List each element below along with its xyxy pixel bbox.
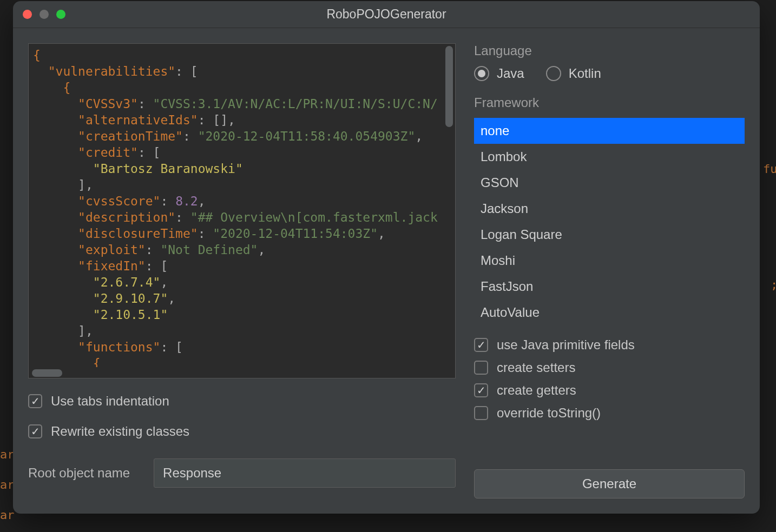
radio-label: Java bbox=[497, 66, 524, 81]
minimize-icon[interactable] bbox=[40, 10, 49, 19]
framework-item-fastjson[interactable]: FastJson bbox=[474, 274, 745, 300]
option-tabs-indent[interactable]: Use tabs indentation bbox=[28, 394, 456, 409]
option-label: Use tabs indentation bbox=[51, 394, 169, 409]
window-title: RoboPOJOGenerator bbox=[13, 7, 760, 22]
bg-code-fragment: ; bbox=[771, 278, 776, 291]
option-label: create setters bbox=[497, 360, 575, 375]
radio-dot-icon bbox=[546, 66, 561, 81]
editor-vscroll-thumb[interactable] bbox=[445, 46, 453, 127]
checkbox-override-tostring[interactable] bbox=[474, 406, 488, 420]
radio-java[interactable]: Java bbox=[474, 66, 524, 81]
framework-item-moshi[interactable]: Moshi bbox=[474, 248, 745, 274]
root-object-label: Root object name bbox=[28, 466, 130, 481]
bg-code-fragment: ar bbox=[0, 478, 15, 491]
radio-label: Kotlin bbox=[569, 66, 601, 81]
option-override-tostring[interactable]: override toString() bbox=[474, 405, 745, 421]
framework-label: Framework bbox=[474, 95, 745, 110]
checkbox-primitive-fields[interactable] bbox=[474, 338, 488, 352]
close-icon[interactable] bbox=[23, 10, 32, 19]
option-create-getters[interactable]: create getters bbox=[474, 383, 745, 398]
root-object-input[interactable] bbox=[154, 458, 456, 488]
generate-button[interactable]: Generate bbox=[474, 469, 745, 498]
maximize-icon[interactable] bbox=[56, 10, 65, 19]
bg-code-fragment: ar bbox=[0, 508, 15, 522]
titlebar: RoboPOJOGenerator bbox=[13, 1, 760, 28]
dialog-window: RoboPOJOGenerator { "vulnerabilities": [… bbox=[13, 1, 760, 514]
option-label: create getters bbox=[497, 383, 576, 398]
option-rewrite-classes[interactable]: Rewrite existing classes bbox=[28, 424, 456, 439]
option-create-setters[interactable]: create setters bbox=[474, 360, 745, 375]
root-object-row: Root object name bbox=[28, 458, 456, 488]
option-primitive-fields[interactable]: use Java primitive fields bbox=[474, 337, 745, 353]
bg-code-fragment: fu bbox=[763, 162, 776, 176]
checkbox-rewrite-classes[interactable] bbox=[28, 424, 42, 438]
framework-item-gson[interactable]: GSON bbox=[474, 170, 745, 196]
framework-item-autovalue[interactable]: AutoValue bbox=[474, 300, 745, 325]
editor-hscroll-thumb[interactable] bbox=[32, 369, 62, 377]
bg-code-fragment: ar bbox=[0, 448, 15, 461]
radio-kotlin[interactable]: Kotlin bbox=[546, 66, 601, 81]
right-panel: Language JavaKotlin Framework noneLombok… bbox=[474, 43, 745, 498]
left-panel: { "vulnerabilities": [ { "CVSSv3": "CVSS… bbox=[28, 43, 456, 498]
option-label: override toString() bbox=[497, 405, 601, 421]
json-editor[interactable]: { "vulnerabilities": [ { "CVSSv3": "CVSS… bbox=[28, 43, 456, 378]
radio-dot-icon bbox=[474, 66, 489, 81]
framework-item-logan-square[interactable]: Logan Square bbox=[474, 222, 745, 248]
checkbox-create-setters[interactable] bbox=[474, 361, 488, 375]
framework-item-lombok[interactable]: Lombok bbox=[474, 144, 745, 170]
checkbox-tabs-indent[interactable] bbox=[28, 394, 42, 408]
language-label: Language bbox=[474, 43, 745, 58]
option-label: Rewrite existing classes bbox=[51, 424, 189, 439]
option-label: use Java primitive fields bbox=[497, 337, 635, 353]
json-editor-content[interactable]: { "vulnerabilities": [ { "CVSSv3": "CVSS… bbox=[29, 44, 455, 367]
checkbox-create-getters[interactable] bbox=[474, 383, 488, 397]
framework-item-none[interactable]: none bbox=[474, 118, 745, 144]
framework-item-jackson[interactable]: Jackson bbox=[474, 196, 745, 222]
framework-list[interactable]: noneLombokGSONJacksonLogan SquareMoshiFa… bbox=[474, 118, 745, 325]
traffic-lights bbox=[23, 10, 65, 19]
language-radio-group: JavaKotlin bbox=[474, 66, 745, 81]
